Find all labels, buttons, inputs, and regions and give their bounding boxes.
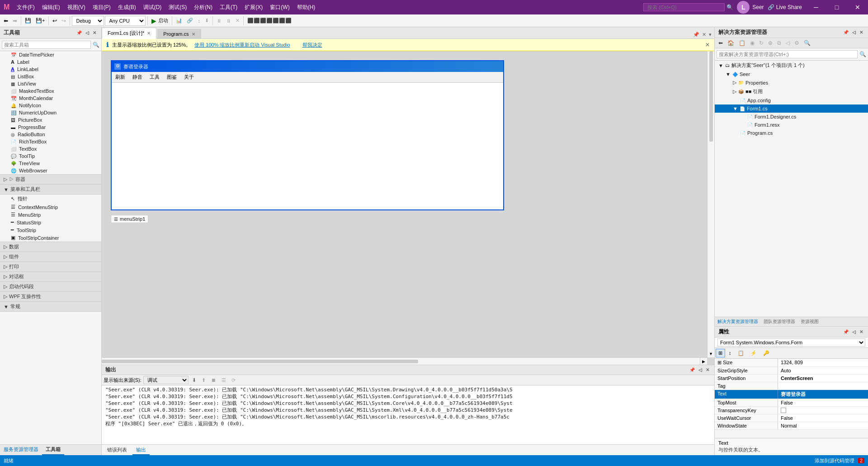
toolbox-pin-btn[interactable]: 📌 [75, 30, 83, 36]
designer-hscrollbar[interactable]: ▶ [102, 357, 707, 365]
toolbar-icon-step-over[interactable]: ↕ [196, 17, 202, 24]
props-close-btn[interactable]: ✕ [858, 329, 864, 335]
sol-btn-4[interactable]: ⧉ [775, 39, 783, 47]
tree-item-appconfig[interactable]: 📄 App.config [715, 96, 868, 105]
toolbox-item-monthcalendar[interactable]: 📆 MonthCalendar [0, 95, 101, 102]
prop-usewaitcursor-value[interactable]: False [778, 414, 868, 422]
output-tab-errors[interactable]: 错误列表 [104, 446, 131, 455]
form-menu-about[interactable]: 关于 [180, 73, 198, 81]
sol-btn-6[interactable]: ⚙ [793, 39, 801, 47]
tab-pin-btn[interactable]: 📌 [692, 31, 700, 38]
menu-analyze[interactable]: 分析(N) [190, 0, 216, 14]
toolbar-icon-clear[interactable]: ✕ [234, 17, 241, 24]
minimize-button[interactable]: ─ [806, 0, 826, 14]
tab-nav-btn[interactable]: ▾ [708, 31, 712, 38]
toolbar-save-icon[interactable]: 💾 [23, 17, 33, 24]
vscroll-thumb[interactable] [709, 51, 713, 142]
menu-tools[interactable]: 工具(T) [216, 0, 241, 14]
prop-transparencykey-value[interactable] [778, 407, 868, 414]
info-close-btn[interactable]: ✕ [705, 42, 710, 48]
menu-project[interactable]: 项目(P) [89, 0, 114, 14]
toolbox-item-linklabel[interactable]: A LinkLabel [0, 66, 101, 73]
prop-text-value[interactable]: 赛谱登录器 [778, 390, 868, 399]
solution-close-btn[interactable]: ✕ [858, 29, 864, 35]
source-control-label[interactable]: 添加到源代码管理 [815, 457, 854, 464]
undo-button[interactable]: ↩ [51, 17, 59, 25]
prop-topmost-value[interactable]: False [778, 399, 868, 406]
prop-size-value[interactable]: 1324, 809 [778, 359, 868, 366]
prop-startposition-value[interactable]: CenterScreen [778, 375, 868, 382]
toolbox-item-richtextbox[interactable]: 📄 RichTextBox [0, 138, 101, 145]
designer-vscrollbar[interactable]: ▼ [707, 51, 714, 357]
menu-view[interactable]: 视图(V) [64, 0, 89, 14]
toolbox-item-listbox[interactable]: ▤ ListBox [0, 73, 101, 80]
tree-item-properties[interactable]: ▷ 📁 Properties [715, 78, 868, 87]
props-categorized-btn[interactable]: ⊞ [716, 349, 725, 357]
output-scroll-end-btn[interactable]: ⬇ [190, 376, 198, 384]
solution-search-icon[interactable]: 🔍 [859, 51, 866, 57]
solution-footer-tab-2[interactable]: 团队资源管理器 [761, 317, 798, 326]
prop-windowstate-value[interactable]: Normal [778, 422, 868, 429]
solution-auto-hide-btn[interactable]: ◁ [851, 29, 857, 35]
tree-item-form1[interactable]: ▼ 📄 Form1.cs [715, 105, 868, 113]
toolbox-section-components[interactable]: ▷ 组件 [0, 252, 101, 262]
toolbox-section-startup[interactable]: ▷ 启动代码段 [0, 282, 101, 292]
toolbox-item-webbrowser[interactable]: 🌐 WebBrowser [0, 167, 101, 174]
props-alpha-btn[interactable]: ↕ [726, 349, 734, 357]
hscroll-thumb[interactable] [102, 360, 418, 363]
sol-btn-back[interactable]: ⬅ [717, 39, 725, 47]
toolbox-auto-hide-btn[interactable]: ◁ [84, 30, 90, 36]
toolbox-search-icon[interactable]: 🔍 [93, 42, 99, 48]
output-icon-5[interactable]: ⟳ [230, 376, 237, 384]
toolbox-item-progressbar[interactable]: ▬ ProgressBar [0, 124, 101, 131]
output-close-btn[interactable]: ✕ [704, 367, 711, 373]
form-menu-tools[interactable]: 工具 [146, 73, 163, 81]
menu-extensions[interactable]: 扩展(X) [241, 0, 266, 14]
live-share-btn[interactable]: 🔗 Live Share [768, 4, 802, 10]
tree-item-form1resx[interactable]: 📄 Form1.resx [715, 121, 868, 129]
toolbox-item-toolstrip[interactable]: ━ ToolStrip [0, 226, 101, 234]
info-link2[interactable]: 帮我决定 [302, 42, 322, 48]
toolbar-icon-step-in[interactable]: ⬇ [203, 17, 211, 24]
toolbox-item-menustrip[interactable]: ☰ MenuStrip [0, 211, 101, 219]
menu-debug[interactable]: 调试(D) [140, 0, 165, 14]
toolbox-item-tooltip[interactable]: 💬 ToolTip [0, 152, 101, 160]
menu-window[interactable]: 窗口(W) [266, 0, 293, 14]
menu-build[interactable]: 生成(B) [114, 0, 140, 14]
properties-object-select[interactable]: Form1 System.Windows.Forms.Form [717, 338, 865, 347]
toolbox-close-btn[interactable]: ✕ [91, 30, 98, 36]
tree-item-references[interactable]: ▷ 📦 ■■ 引用 [715, 87, 868, 96]
tab-program[interactable]: Program.cs ✕ [157, 29, 201, 38]
sol-btn-7[interactable]: 🔍 [802, 39, 812, 47]
form-menu-mute[interactable]: 静音 [129, 73, 146, 81]
hscroll-right-btn[interactable]: ▶ [700, 358, 707, 365]
props-auto-hide-btn[interactable]: ◁ [851, 329, 857, 335]
services-tab[interactable]: 服务资源管理器 [0, 445, 42, 455]
form-menu-gallery[interactable]: 图鉴 [163, 73, 180, 81]
solution-footer-tab-1[interactable]: 解决方案资源管理器 [715, 317, 761, 326]
toolbox-tab[interactable]: 工具箱 [42, 445, 64, 455]
toolbox-section-wpf[interactable]: ▷ WPF 互操作性 [0, 292, 101, 302]
vscroll-down-btn[interactable]: ▼ [708, 350, 714, 357]
toolbox-item-treeview[interactable]: 🌳 TreeView [0, 160, 101, 167]
toolbox-item-pointer[interactable]: ↖ 指针 [0, 195, 101, 203]
redo-button[interactable]: ↪ [60, 17, 68, 25]
tab-form1-close[interactable]: ✕ [147, 31, 151, 36]
sol-btn-properties[interactable]: 📋 [737, 39, 747, 47]
props-events-btn[interactable]: ⚡ [748, 349, 760, 357]
toolbox-section-menus[interactable]: ▼ 菜单和工具栏 [0, 185, 101, 195]
restore-button[interactable]: □ [826, 0, 847, 14]
sol-btn-3[interactable]: ⊕ [766, 39, 774, 47]
toolbar-save-all-icon[interactable]: 💾+ [34, 17, 47, 24]
title-search-input[interactable] [643, 3, 725, 11]
output-source-select[interactable]: 调试 [143, 376, 189, 384]
start-button[interactable]: ▶ 启动 [150, 16, 170, 25]
output-pin-btn[interactable]: 📌 [688, 367, 696, 373]
toolbox-item-label[interactable]: A Label [0, 58, 101, 66]
toolbox-item-textbox[interactable]: ⬜ TextBox [0, 145, 101, 152]
toolbox-item-statusstrip[interactable]: ━ StatusStrip [0, 219, 101, 226]
menu-file[interactable]: 文件(F) [13, 0, 38, 14]
output-icon-3[interactable]: ⏹ [209, 376, 218, 384]
output-tab-output[interactable]: 输出 [132, 446, 150, 455]
toolbox-item-picturebox[interactable]: 🖼 PictureBox [0, 116, 101, 124]
